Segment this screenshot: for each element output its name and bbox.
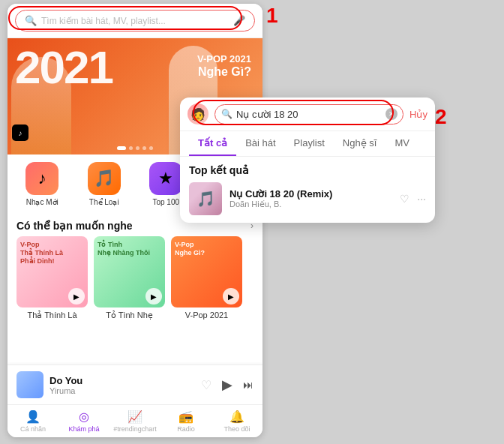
search-placeholder: Tìm kiếm bài hát, MV, playlist...: [41, 16, 166, 26]
trending-nav-label: #trendingchart: [113, 425, 157, 433]
quick-icon-the-loai[interactable]: 🎵 Thể Loại: [88, 162, 121, 206]
result-thumb-inner: 🎵: [189, 182, 222, 215]
card3-name: V-Pop 2021: [171, 310, 242, 320]
dot-4: [142, 146, 146, 150]
banner-subtitle: Nghe Gì?: [197, 64, 251, 79]
now-playing-thumbnail: [16, 371, 44, 398]
tab-all[interactable]: Tất cả: [189, 131, 236, 156]
playlist-card-1[interactable]: V-PopThả Thính LàPhải Dinh! ▶ Thả Thính …: [16, 236, 88, 320]
banner-dots: [117, 146, 153, 150]
user-avatar: 🧑: [188, 104, 208, 124]
banner-vpop-label: V-POP 2021: [197, 53, 251, 64]
top100-icon: ★: [149, 162, 182, 195]
dot-2: [129, 146, 133, 150]
card1-title: V-PopThả Thính LàPhải Dinh!: [20, 241, 84, 265]
quick-icon-top100[interactable]: ★ Top 100: [149, 162, 182, 206]
playlist-row: V-PopThả Thính LàPhải Dinh! ▶ Thả Thính …: [8, 236, 262, 328]
card2-name: Tỏ Tình Nhẹ: [94, 310, 165, 320]
result-actions: ♡ ···: [400, 193, 426, 205]
top-search-input[interactable]: 🔍 Tìm kiếm bài hát, MV, playlist... 🎤: [15, 10, 255, 32]
skip-next-button[interactable]: ⏭: [243, 379, 254, 391]
top-search-bar: 🔍 Tìm kiếm bài hát, MV, playlist... 🎤: [8, 4, 262, 38]
banner-year: 2021: [15, 44, 112, 91]
radio-nav-label: Radio: [177, 425, 195, 433]
search-clear-button[interactable]: ✕: [386, 108, 398, 120]
card3-title: V-PopNghe Gì?: [175, 241, 238, 257]
mic-icon[interactable]: 🎤: [233, 15, 245, 26]
quick-icon-nhac-moi[interactable]: ♪ Nhạc Mới: [26, 162, 58, 206]
search-cancel-button[interactable]: Hủy: [410, 109, 428, 120]
dot-3: [136, 146, 140, 150]
result-thumbnail: 🎵: [189, 182, 222, 215]
music-note-icon: ♪: [26, 162, 58, 195]
card1-play-btn[interactable]: ▶: [68, 288, 85, 304]
label-number-2: 2: [435, 105, 447, 129]
label-number-1: 1: [266, 4, 278, 28]
heart-action-icon[interactable]: ♡: [400, 193, 410, 205]
top-result-heading: Top kết quả: [189, 164, 426, 176]
search-overlay: 🧑 🔍 ✕ Hủy Tất cả Bài hát Playlist Nghệ s…: [180, 98, 435, 223]
heart-icon[interactable]: ♡: [201, 378, 212, 392]
result-artist: Doãn Hiếu, B.: [230, 200, 392, 209]
the-loai-label: Thể Loại: [89, 198, 119, 206]
following-nav-icon: 🔔: [230, 410, 244, 424]
tab-mv[interactable]: MV: [386, 131, 418, 156]
filter-tabs: Tất cả Bài hát Playlist Nghệ sĩ MV: [180, 131, 435, 157]
result-info: Nụ Cười 18 20 (Remix) Doãn Hiếu, B.: [230, 188, 392, 209]
explore-nav-icon: ◎: [79, 410, 89, 424]
play-button[interactable]: ▶: [222, 376, 232, 393]
search-text-field[interactable]: [214, 104, 404, 124]
playlist-img-2: Tỏ TìnhNhẹ Nhàng Thôi ▶: [94, 236, 165, 308]
card1-name: Thả Thính Là: [16, 310, 88, 320]
search-icon: 🔍: [25, 15, 37, 26]
tab-playlist[interactable]: Playlist: [285, 131, 334, 156]
card2-play-btn[interactable]: ▶: [146, 288, 162, 304]
tab-artist[interactable]: Nghệ sĩ: [334, 131, 386, 156]
top100-label: Top 100: [152, 198, 179, 206]
top-result-section: Top kết quả 🎵 Nụ Cười 18 20 (Remix) Doãn…: [180, 157, 435, 223]
nav-item-radio[interactable]: 📻 Radio: [160, 406, 212, 436]
now-playing-bar: Do You Yiruma ♡ ▶ ⏭: [8, 364, 262, 404]
result-title: Nụ Cười 18 20 (Remix): [230, 188, 392, 200]
profile-nav-icon: 👤: [26, 410, 40, 424]
nav-item-trending[interactable]: 📈 #trendingchart: [110, 406, 160, 436]
nav-item-following[interactable]: 🔔 Theo dõi: [212, 406, 262, 436]
nav-item-explore[interactable]: ◎ Khám phá: [58, 406, 110, 436]
genre-icon: 🎵: [88, 162, 121, 195]
card3-play-btn[interactable]: ▶: [223, 288, 239, 304]
now-playing-title: Do You: [50, 375, 195, 386]
profile-nav-label: Cá nhân: [20, 425, 46, 433]
playlist-img-1: V-PopThả Thính LàPhải Dinh! ▶: [16, 236, 88, 308]
card2-title: Tỏ TìnhNhẹ Nhàng Thôi: [98, 241, 161, 257]
section-title: Có thể bạn muốn nghe: [16, 220, 133, 232]
radio-nav-icon: 📻: [178, 410, 194, 424]
playlist-img-3: V-PopNghe Gì? ▶: [171, 236, 242, 308]
explore-nav-label: Khám phá: [68, 425, 99, 433]
nav-item-profile[interactable]: 👤 Cá nhân: [8, 406, 58, 436]
search-icon-inside: 🔍: [221, 109, 232, 119]
following-nav-label: Theo dõi: [224, 425, 250, 433]
more-options-icon[interactable]: ···: [417, 193, 426, 205]
now-playing-artist: Yiruma: [50, 386, 195, 395]
search-header: 🧑 🔍 ✕ Hủy: [180, 98, 435, 131]
playlist-card-2[interactable]: Tỏ TìnhNhẹ Nhàng Thôi ▶ Tỏ Tình Nhẹ: [94, 236, 165, 320]
banner-text: V-POP 2021 Nghe Gì?: [197, 53, 251, 79]
now-playing-controls: ♡ ▶ ⏭: [201, 376, 254, 393]
tab-songs[interactable]: Bài hát: [236, 131, 284, 156]
nhac-moi-label: Nhạc Mới: [26, 198, 58, 206]
now-playing-info: Do You Yiruma: [50, 375, 195, 395]
result-item-1: 🎵 Nụ Cười 18 20 (Remix) Doãn Hiếu, B. ♡ …: [189, 182, 426, 215]
bottom-nav: 👤 Cá nhân ◎ Khám phá 📈 #trendingchart 📻 …: [8, 404, 262, 437]
playlist-card-3[interactable]: V-PopNghe Gì? ▶ V-Pop 2021: [171, 236, 242, 320]
trending-nav-icon: 📈: [128, 410, 142, 424]
search-input-wrapper: 🔍 ✕: [214, 104, 404, 124]
dot-1: [117, 146, 126, 150]
tiktok-badge: ♪: [12, 124, 28, 141]
dot-5: [149, 146, 153, 150]
